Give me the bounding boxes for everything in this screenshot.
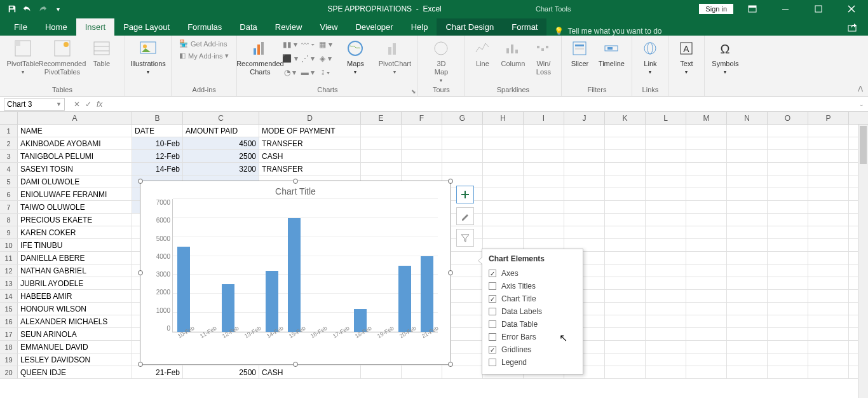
cell[interactable] xyxy=(361,163,402,175)
chart-element-option[interactable]: Data Table xyxy=(489,318,576,331)
tab-developer[interactable]: Developer xyxy=(346,18,402,36)
cell[interactable]: MODE OF PAYMENT xyxy=(259,125,361,137)
cell[interactable] xyxy=(768,328,808,340)
cell[interactable] xyxy=(808,214,849,226)
chart-element-option[interactable]: ✓Chart Title xyxy=(489,292,576,305)
cell[interactable] xyxy=(605,353,646,366)
bar[interactable] xyxy=(222,284,234,332)
cell[interactable] xyxy=(768,125,808,137)
cell[interactable] xyxy=(483,226,524,238)
bar[interactable] xyxy=(398,266,411,333)
sparkline-column-button[interactable]: Column xyxy=(499,38,527,68)
recommended-charts-button[interactable]: Recommended Charts xyxy=(242,38,278,76)
cell[interactable] xyxy=(646,252,686,264)
cell[interactable] xyxy=(605,137,646,149)
cell[interactable] xyxy=(727,150,768,162)
cell[interactable] xyxy=(768,315,808,327)
pie-chart-icon[interactable]: ◔ ▾ xyxy=(281,66,298,79)
cell[interactable] xyxy=(727,366,768,378)
column-header[interactable]: H xyxy=(483,112,524,124)
cell[interactable] xyxy=(646,226,686,238)
cell[interactable]: ENIOLUWAFE FERANMI xyxy=(18,188,132,200)
bar[interactable] xyxy=(266,271,278,332)
cell[interactable] xyxy=(483,201,524,213)
cell[interactable] xyxy=(483,163,524,175)
cell[interactable] xyxy=(727,163,768,175)
waterfall-chart-icon[interactable]: ⬛ ▾ xyxy=(281,52,298,65)
row-header[interactable]: 19 xyxy=(0,353,18,366)
tab-review[interactable]: Review xyxy=(266,18,311,36)
minimize-icon[interactable] xyxy=(771,0,799,18)
chart-element-option[interactable]: Legend xyxy=(489,356,576,369)
tab-file[interactable]: File xyxy=(5,18,36,36)
column-header[interactable]: A xyxy=(18,112,132,124)
row-header[interactable]: 4 xyxy=(0,163,18,175)
cell[interactable] xyxy=(564,201,605,213)
cell[interactable] xyxy=(442,150,483,162)
pivottable-button[interactable]: PivotTable▾ xyxy=(5,38,41,76)
cell[interactable] xyxy=(686,201,727,213)
cell[interactable] xyxy=(727,175,768,188)
cell[interactable] xyxy=(524,201,564,213)
cell[interactable] xyxy=(605,201,646,213)
cell[interactable] xyxy=(402,163,442,175)
cell[interactable]: EMMANUEL DAVID xyxy=(18,341,132,353)
cell[interactable] xyxy=(686,366,727,378)
cell[interactable]: TRANSFER xyxy=(259,163,361,175)
cell[interactable]: CASH xyxy=(259,366,361,378)
3d-map-button[interactable]: 3D Map▾ xyxy=(423,38,459,84)
column-header[interactable]: I xyxy=(524,112,564,124)
select-all-corner[interactable] xyxy=(0,112,18,124)
cell[interactable] xyxy=(524,175,564,188)
column-header[interactable]: K xyxy=(605,112,646,124)
cell[interactable]: AMOUNT PAID xyxy=(183,125,259,137)
surface-chart-icon[interactable]: ◈ ▾ xyxy=(317,52,334,65)
cell[interactable] xyxy=(768,303,808,315)
bar[interactable] xyxy=(288,218,301,332)
bar[interactable] xyxy=(421,256,433,332)
cell[interactable] xyxy=(727,353,768,366)
column-header[interactable]: L xyxy=(646,112,686,124)
cell[interactable] xyxy=(564,163,605,175)
cell[interactable] xyxy=(605,366,646,378)
cell[interactable] xyxy=(483,214,524,226)
cell[interactable] xyxy=(442,366,483,378)
chart-element-option[interactable]: Error Bars xyxy=(489,331,576,343)
cell[interactable] xyxy=(686,264,727,277)
cell[interactable] xyxy=(686,353,727,366)
cell[interactable] xyxy=(605,239,646,251)
column-header[interactable]: C xyxy=(183,112,259,124)
column-header[interactable]: G xyxy=(442,112,483,124)
cell[interactable] xyxy=(768,353,808,366)
cell[interactable] xyxy=(646,290,686,302)
column-header[interactable]: P xyxy=(808,112,849,124)
tab-page-layout[interactable]: Page Layout xyxy=(114,18,179,36)
cell[interactable]: KAREN COKER xyxy=(18,226,132,238)
cell[interactable] xyxy=(686,137,727,149)
undo-icon[interactable] xyxy=(20,2,34,16)
row-header[interactable]: 8 xyxy=(0,214,18,226)
cell[interactable] xyxy=(808,264,849,277)
cell[interactable]: SEUN ARINOLA xyxy=(18,328,132,340)
cell[interactable] xyxy=(361,150,402,162)
cell[interactable] xyxy=(768,201,808,213)
cell[interactable]: 3200 xyxy=(183,163,259,175)
cell[interactable] xyxy=(727,290,768,302)
cell[interactable] xyxy=(646,315,686,327)
cell[interactable] xyxy=(686,214,727,226)
cell[interactable]: ALEXANDER MICHAELS xyxy=(18,315,132,327)
cell[interactable] xyxy=(605,341,646,353)
ribbon-display-options-icon[interactable] xyxy=(738,0,766,18)
symbols-button[interactable]: ΩSymbols▾ xyxy=(710,38,740,76)
cell[interactable] xyxy=(727,341,768,353)
cell[interactable]: DANIELLA EBERE xyxy=(18,252,132,264)
cell[interactable]: 2500 xyxy=(183,366,259,378)
cell[interactable] xyxy=(686,163,727,175)
cell[interactable] xyxy=(768,264,808,277)
cell[interactable]: IFE TINUBU xyxy=(18,239,132,251)
chart-elements-button[interactable] xyxy=(456,186,474,203)
cell[interactable]: 12-Feb xyxy=(132,150,183,162)
cell[interactable] xyxy=(605,175,646,188)
cell[interactable] xyxy=(524,188,564,200)
cell[interactable] xyxy=(808,163,849,175)
